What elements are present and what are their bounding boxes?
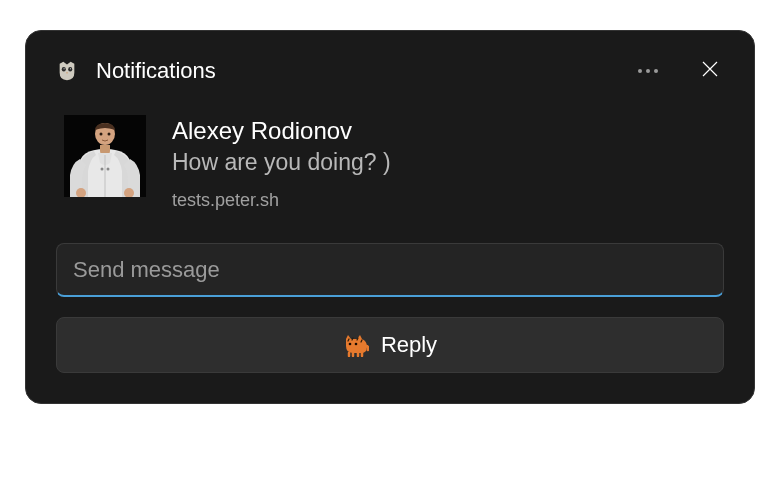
- header-title: Notifications: [96, 58, 216, 84]
- notification-header: Notifications: [56, 55, 724, 87]
- header-right: [632, 55, 724, 87]
- svg-point-3: [70, 68, 71, 69]
- message-body: How are you doing? ): [172, 148, 391, 178]
- app-icon: [56, 60, 78, 82]
- more-options-button[interactable]: [632, 63, 664, 79]
- cat-icon: [343, 333, 369, 357]
- message-input[interactable]: [56, 243, 724, 297]
- input-wrapper: [56, 243, 724, 297]
- notification-source: tests.peter.sh: [172, 190, 391, 211]
- notification-toast: Notifications: [25, 30, 755, 404]
- sender-avatar: [64, 115, 146, 197]
- svg-point-7: [108, 133, 111, 136]
- header-left: Notifications: [56, 58, 216, 84]
- reply-button[interactable]: Reply: [56, 317, 724, 373]
- svg-point-11: [107, 168, 110, 171]
- svg-point-12: [349, 343, 352, 346]
- svg-point-2: [64, 68, 65, 69]
- svg-point-10: [101, 168, 104, 171]
- svg-point-6: [100, 133, 103, 136]
- svg-point-13: [355, 343, 358, 346]
- reply-button-label: Reply: [381, 332, 437, 358]
- text-content: Alexey Rodionov How are you doing? ) tes…: [172, 115, 391, 211]
- close-button[interactable]: [696, 55, 724, 87]
- sender-name: Alexey Rodionov: [172, 115, 391, 146]
- notification-content: Alexey Rodionov How are you doing? ) tes…: [56, 115, 724, 211]
